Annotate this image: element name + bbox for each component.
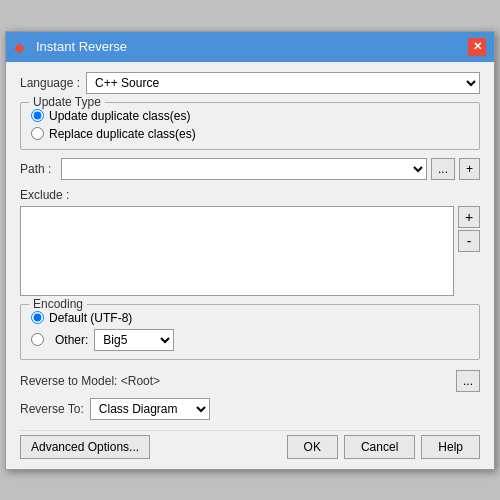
- advanced-options-button[interactable]: Advanced Options...: [20, 435, 150, 459]
- exclude-add-button[interactable]: +: [458, 206, 480, 228]
- language-row: Language : C++ Source Java C# Python: [20, 72, 480, 94]
- path-browse-button[interactable]: ...: [431, 158, 455, 180]
- update-label-2: Replace duplicate class(es): [49, 127, 196, 141]
- encoding-title: Encoding: [29, 297, 87, 311]
- language-select[interactable]: C++ Source Java C# Python: [86, 72, 480, 94]
- dialog-body: Language : C++ Source Java C# Python Upd…: [6, 62, 494, 469]
- encoding-other-select[interactable]: Big5 UTF-16 ISO-8859-1: [94, 329, 174, 351]
- app-icon: ◆: [14, 39, 30, 55]
- update-type-group: Update Type Update duplicate class(es) R…: [20, 102, 480, 150]
- encoding-radio-other[interactable]: [31, 333, 44, 346]
- update-radio-1[interactable]: [31, 109, 44, 122]
- cancel-button[interactable]: Cancel: [344, 435, 415, 459]
- encoding-group: Encoding Default (UTF-8) Other: Big5 UTF…: [20, 304, 480, 360]
- encoding-label-other: Other:: [55, 333, 88, 347]
- path-label: Path :: [20, 162, 51, 176]
- reverse-model-browse-button[interactable]: ...: [456, 370, 480, 392]
- ok-button[interactable]: OK: [287, 435, 338, 459]
- exclude-buttons: + -: [458, 206, 480, 296]
- reverse-model-label: Reverse to Model: <Root>: [20, 374, 160, 388]
- encoding-other-row: Other: Big5 UTF-16 ISO-8859-1: [31, 329, 469, 351]
- path-select[interactable]: [61, 158, 427, 180]
- title-bar-left: ◆ Instant Reverse: [14, 39, 127, 55]
- language-label: Language :: [20, 76, 80, 90]
- help-button[interactable]: Help: [421, 435, 480, 459]
- reverse-model-row: Reverse to Model: <Root> ...: [20, 370, 480, 392]
- dialog: ◆ Instant Reverse ✕ Language : C++ Sourc…: [5, 31, 495, 470]
- exclude-remove-button[interactable]: -: [458, 230, 480, 252]
- exclude-label: Exclude :: [20, 188, 480, 202]
- action-buttons: OK Cancel Help: [287, 435, 480, 459]
- reverse-to-label: Reverse To:: [20, 402, 84, 416]
- update-label-1: Update duplicate class(es): [49, 109, 190, 123]
- exclude-textarea[interactable]: [20, 206, 454, 296]
- encoding-radio-default[interactable]: [31, 311, 44, 324]
- path-add-button[interactable]: +: [459, 158, 480, 180]
- update-type-title: Update Type: [29, 95, 105, 109]
- replace-option-row: Replace duplicate class(es): [31, 127, 469, 141]
- exclude-section: Exclude : + -: [20, 188, 480, 296]
- encoding-default-row: Default (UTF-8): [31, 311, 469, 325]
- close-button[interactable]: ✕: [468, 38, 486, 56]
- title-bar: ◆ Instant Reverse ✕: [6, 32, 494, 62]
- bottom-row: Advanced Options... OK Cancel Help: [20, 430, 480, 459]
- dialog-title: Instant Reverse: [36, 39, 127, 54]
- reverse-to-select[interactable]: Class Diagram Sequence Diagram Use Case …: [90, 398, 210, 420]
- encoding-label-default: Default (UTF-8): [49, 311, 132, 325]
- reverse-to-row: Reverse To: Class Diagram Sequence Diagr…: [20, 398, 480, 420]
- update-radio-2[interactable]: [31, 127, 44, 140]
- update-option-row: Update duplicate class(es): [31, 109, 469, 123]
- path-row: Path : ... +: [20, 158, 480, 180]
- exclude-row: + -: [20, 206, 480, 296]
